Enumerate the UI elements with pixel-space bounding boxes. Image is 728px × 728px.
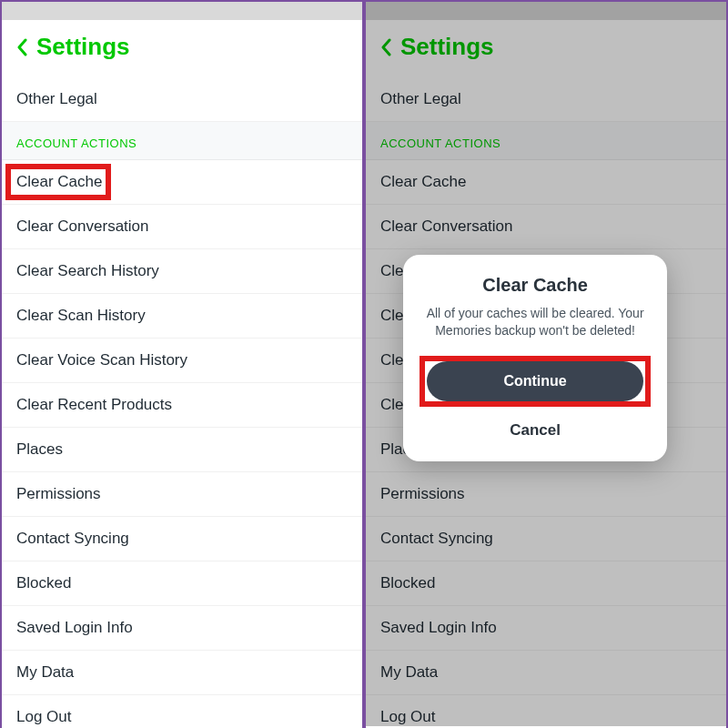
settings-row-clear-scan-history[interactable]: Clear Scan History [2,294,362,339]
continue-button[interactable]: Continue [427,361,643,401]
status-bar [2,2,362,20]
settings-row-log-out[interactable]: Log Out [2,695,362,728]
continue-wrap: Continue [420,356,651,407]
settings-row-saved-login-info[interactable]: Saved Login Info [2,606,362,651]
page-title: Settings [36,33,130,61]
settings-row-contact-syncing[interactable]: Contact Syncing [2,517,362,561]
settings-row-clear-voice-scan-history[interactable]: Clear Voice Scan History [2,339,362,383]
settings-row-permissions[interactable]: Permissions [2,472,362,517]
settings-row-my-data[interactable]: My Data [2,651,362,695]
cancel-button[interactable]: Cancel [420,416,651,440]
settings-row-places[interactable]: Places [2,428,362,472]
settings-row-clear-cache[interactable]: Clear Cache [2,160,362,205]
settings-row-blocked[interactable]: Blocked [2,561,362,606]
clear-cache-dialog: Clear Cache All of your caches will be c… [403,255,667,461]
settings-row-clear-recent-products[interactable]: Clear Recent Products [2,383,362,428]
settings-row-other-legal[interactable]: Other Legal [2,77,362,122]
pane-left: Settings Other Legal ACCOUNT ACTIONS Cle… [0,0,364,728]
pane-right: Settings Other Legal ACCOUNT ACTIONS Cle… [364,0,728,728]
dialog-title: Clear Cache [420,275,651,296]
dialog-body: All of your caches will be cleared. Your… [420,305,651,339]
section-header-account-actions: ACCOUNT ACTIONS [2,122,362,160]
back-icon[interactable] [16,38,27,56]
settings-row-clear-conversation[interactable]: Clear Conversation [2,205,362,249]
header: Settings [2,20,362,77]
settings-row-clear-search-history[interactable]: Clear Search History [2,249,362,294]
